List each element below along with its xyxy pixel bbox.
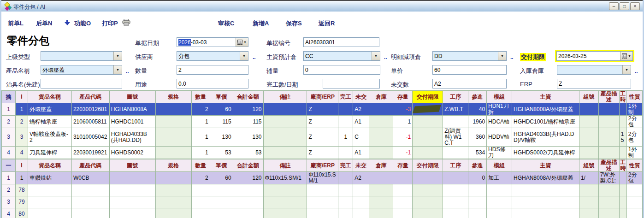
supplier-lookup-button[interactable]: ..	[253, 54, 256, 60]
cell[interactable]: Z	[307, 147, 338, 159]
cell[interactable]	[598, 196, 619, 208]
cell[interactable]: Φ110x15.SM/1	[307, 172, 338, 184]
cell[interactable]: A1	[353, 147, 369, 159]
col-header[interactable]: 規格	[155, 91, 191, 103]
cell[interactable]	[598, 103, 619, 116]
col-header[interactable]: 參進	[468, 159, 487, 172]
prev-doc-button[interactable]: 前单L	[8, 19, 24, 28]
cell[interactable]: 120	[233, 172, 263, 184]
cell[interactable]	[155, 147, 191, 159]
cell[interactable]: 1	[15, 103, 28, 116]
cell[interactable]	[579, 147, 598, 159]
col-header[interactable]: 模組	[487, 159, 512, 172]
cell[interactable]	[369, 147, 393, 159]
cell[interactable]: 2	[15, 116, 28, 128]
cell[interactable]	[210, 196, 233, 208]
cell[interactable]	[338, 116, 353, 128]
cell[interactable]: 1外制	[626, 103, 642, 116]
cell[interactable]	[28, 184, 71, 196]
doc-date-input[interactable]: 2026-03-03 ▼	[177, 37, 248, 47]
cell[interactable]: Z(調質料) W1C.T	[443, 128, 468, 147]
printer-icon[interactable]	[122, 18, 130, 26]
col-header[interactable]: 備註	[263, 159, 307, 172]
cell[interactable]	[579, 103, 598, 116]
cell[interactable]	[109, 208, 155, 218]
cell[interactable]: 2	[191, 172, 210, 184]
cell[interactable]	[369, 196, 393, 208]
cell[interactable]	[487, 196, 512, 208]
erp-input[interactable]: Z	[557, 79, 631, 88]
cell[interactable]: W0CB	[71, 172, 109, 184]
cell[interactable]: HGHAD4033B(共HAD.DD)	[109, 128, 155, 147]
cell[interactable]	[579, 128, 598, 147]
cell[interactable]	[369, 208, 393, 218]
cell[interactable]	[619, 196, 626, 208]
col-header[interactable]: 搞	[2, 91, 16, 103]
usage-input[interactable]: 0.0	[177, 79, 248, 88]
col-header[interactable]: 產品描述	[598, 91, 619, 103]
col-header[interactable]: 工時	[619, 91, 626, 103]
cell[interactable]: 360	[468, 128, 487, 147]
cell[interactable]	[598, 184, 619, 196]
cell[interactable]: 3	[2, 128, 16, 147]
cell[interactable]: Z	[307, 103, 338, 116]
cell[interactable]	[619, 208, 626, 218]
cell[interactable]	[353, 184, 369, 196]
next-doc-button[interactable]: 后单N	[36, 19, 52, 28]
col-header[interactable]: 廠商/ERP	[307, 159, 338, 172]
cell[interactable]	[263, 184, 307, 196]
cell[interactable]	[512, 196, 579, 208]
cell[interactable]: 2分包	[626, 128, 642, 147]
cell[interactable]	[579, 116, 598, 128]
cell[interactable]	[619, 103, 626, 116]
cell[interactable]	[468, 196, 487, 208]
cell[interactable]	[393, 172, 413, 184]
cell[interactable]	[155, 103, 191, 116]
cell[interactable]	[338, 147, 353, 159]
add-button[interactable]: 新增A	[253, 19, 269, 28]
cell[interactable]	[191, 208, 210, 218]
col-header[interactable]: 備註	[263, 91, 307, 103]
col-header[interactable]: 交付期限	[413, 159, 443, 172]
cell[interactable]: 2	[191, 103, 210, 116]
cell[interactable]	[338, 184, 353, 196]
cell[interactable]	[468, 208, 487, 218]
cell[interactable]: 22030012681	[71, 103, 109, 116]
col-header[interactable]: 一	[2, 159, 16, 172]
col-header[interactable]: 工序	[443, 91, 468, 103]
col-header[interactable]: 產品描述	[598, 159, 619, 172]
cell[interactable]	[413, 116, 443, 128]
cell[interactable]: -1	[393, 128, 413, 147]
return-button[interactable]: 返回R	[319, 19, 335, 28]
cell[interactable]	[263, 116, 307, 128]
cell[interactable]: 7W:外製.C1:	[598, 172, 619, 184]
cell[interactable]: Z.WB.T	[443, 103, 468, 116]
maximize-button[interactable]: □	[620, 2, 629, 10]
cell[interactable]: C	[353, 128, 369, 147]
cell[interactable]: -1	[393, 147, 413, 159]
cell[interactable]: Φ110x15.SM/1	[263, 172, 307, 184]
cell[interactable]	[443, 196, 468, 208]
cell[interactable]: 40	[468, 103, 487, 116]
cell[interactable]	[579, 208, 598, 218]
cell[interactable]: 53	[233, 147, 263, 159]
cell[interactable]	[155, 196, 191, 208]
cell[interactable]: 2	[2, 116, 16, 128]
chevron-down-icon[interactable]: ▼	[498, 52, 506, 60]
cell[interactable]	[598, 116, 619, 128]
chevron-down-icon[interactable]: ▼	[113, 65, 122, 74]
cell[interactable]: A2	[353, 172, 369, 184]
col-header[interactable]: 圖號	[109, 159, 155, 172]
cell[interactable]	[307, 184, 338, 196]
cell[interactable]	[263, 196, 307, 208]
cell[interactable]	[369, 103, 393, 116]
cell[interactable]	[619, 116, 626, 128]
col-header[interactable]: 工序	[443, 159, 468, 172]
cell[interactable]	[413, 128, 443, 147]
col-header[interactable]: 廠商/ERP	[307, 91, 338, 103]
undelivered-qty-input[interactable]: A2	[432, 79, 507, 88]
cell[interactable]	[393, 208, 413, 218]
cell[interactable]: HDDV軸	[487, 128, 512, 147]
detail-warehouse-select[interactable]: DD▼	[432, 51, 507, 61]
col-header[interactable]: 組號	[579, 159, 598, 172]
